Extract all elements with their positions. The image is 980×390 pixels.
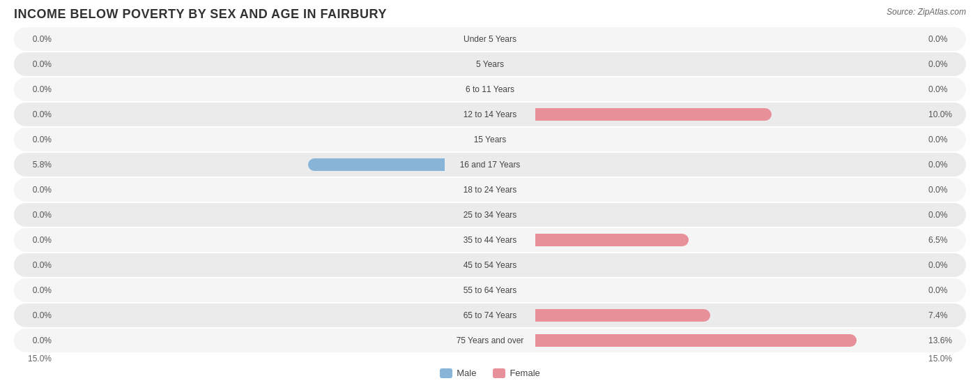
legend-male: Male xyxy=(440,368,476,378)
female-bar-container xyxy=(535,333,924,348)
legend-female: Female xyxy=(493,368,539,378)
axis-right-label: 15.0% xyxy=(924,354,966,363)
bars-center: 6 to 11 Years xyxy=(56,77,924,101)
bars-center: 75 Years and over xyxy=(56,329,924,352)
age-label: 45 to 54 Years xyxy=(445,260,535,270)
female-value: 0.0% xyxy=(924,210,966,220)
bar-row: 0.0% 65 to 74 Years 7.4% xyxy=(14,303,966,327)
male-bar-container xyxy=(56,182,445,197)
age-label: 18 to 24 Years xyxy=(445,185,535,195)
female-bar-container xyxy=(535,107,924,122)
male-value: 0.0% xyxy=(14,336,56,345)
age-label: 75 Years and over xyxy=(445,336,535,345)
male-value: 0.0% xyxy=(14,34,56,44)
legend-male-box xyxy=(440,368,452,378)
male-value: 0.0% xyxy=(14,260,56,270)
axis-left-label: 15.0% xyxy=(14,354,56,363)
female-bar-container xyxy=(535,31,924,47)
bars-center: 25 to 34 Years xyxy=(56,203,924,227)
axis-row: 15.0% 15.0% xyxy=(14,354,966,363)
male-bar-container xyxy=(56,57,445,72)
bar-row: 0.0% 35 to 44 Years 6.5% xyxy=(14,228,966,252)
chart-title: INCOME BELOW POVERTY BY SEX AND AGE IN F… xyxy=(14,7,966,22)
female-value: 13.6% xyxy=(924,336,966,345)
bar-row: 0.0% Under 5 Years 0.0% xyxy=(14,27,966,51)
legend: Male Female xyxy=(14,368,966,378)
bar-row: 0.0% 6 to 11 Years 0.0% xyxy=(14,77,966,101)
female-bar-container xyxy=(535,257,924,273)
legend-female-label: Female xyxy=(510,368,539,378)
age-label: 12 to 14 Years xyxy=(445,110,535,119)
female-value: 10.0% xyxy=(924,110,966,119)
female-bar xyxy=(535,309,710,322)
age-label: 25 to 34 Years xyxy=(445,210,535,220)
female-bar-container xyxy=(535,207,924,223)
bars-center: 65 to 74 Years xyxy=(56,303,924,327)
male-bar-container xyxy=(56,333,445,348)
bars-center: 12 to 14 Years xyxy=(56,103,924,126)
female-bar xyxy=(535,234,689,246)
age-label: 6 to 11 Years xyxy=(445,84,535,94)
legend-female-box xyxy=(493,368,505,378)
bar-row: 0.0% 5 Years 0.0% xyxy=(14,52,966,76)
age-label: 55 to 64 Years xyxy=(445,285,535,295)
chart-container: INCOME BELOW POVERTY BY SEX AND AGE IN F… xyxy=(0,0,980,390)
source-label: Source: ZipAtlas.com xyxy=(887,7,966,17)
female-value: 7.4% xyxy=(924,310,966,320)
bars-center: 18 to 24 Years xyxy=(56,178,924,202)
female-bar-container xyxy=(535,157,924,172)
age-label: 16 and 17 Years xyxy=(445,160,535,170)
female-bar xyxy=(535,334,857,347)
male-bar-container xyxy=(56,157,445,172)
female-bar-container xyxy=(535,182,924,197)
legend-male-label: Male xyxy=(457,368,476,378)
bar-row: 0.0% 25 to 34 Years 0.0% xyxy=(14,203,966,227)
male-bar-container xyxy=(56,107,445,122)
age-label: 15 Years xyxy=(445,135,535,144)
male-bar-container xyxy=(56,82,445,97)
age-label: 5 Years xyxy=(445,59,535,69)
bar-row: 0.0% 75 Years and over 13.6% xyxy=(14,329,966,352)
bar-row: 5.8% 16 and 17 Years 0.0% xyxy=(14,153,966,177)
female-value: 6.5% xyxy=(924,235,966,245)
male-value: 0.0% xyxy=(14,110,56,119)
female-value: 0.0% xyxy=(924,84,966,94)
female-value: 0.0% xyxy=(924,185,966,195)
bars-center: 16 and 17 Years xyxy=(56,153,924,177)
female-bar xyxy=(535,108,772,121)
bars-center: 15 Years xyxy=(56,128,924,151)
female-value: 0.0% xyxy=(924,260,966,270)
male-bar-container xyxy=(56,283,445,298)
chart-area: 0.0% Under 5 Years 0.0% 0.0% 5 Years xyxy=(14,27,966,363)
male-value: 0.0% xyxy=(14,84,56,94)
female-value: 0.0% xyxy=(924,160,966,170)
male-value: 0.0% xyxy=(14,235,56,245)
age-label: 65 to 74 Years xyxy=(445,310,535,320)
male-bar xyxy=(308,158,445,171)
bar-row: 0.0% 18 to 24 Years 0.0% xyxy=(14,178,966,202)
age-label: Under 5 Years xyxy=(445,34,535,44)
male-value: 0.0% xyxy=(14,59,56,69)
female-bar-container xyxy=(535,57,924,72)
female-value: 0.0% xyxy=(924,135,966,144)
male-value: 0.0% xyxy=(14,135,56,144)
female-value: 0.0% xyxy=(924,59,966,69)
female-bar-container xyxy=(535,308,924,323)
bars-center: 45 to 54 Years xyxy=(56,253,924,277)
male-value: 0.0% xyxy=(14,185,56,195)
male-bar-container xyxy=(56,132,445,147)
bar-row: 0.0% 55 to 64 Years 0.0% xyxy=(14,278,966,302)
female-bar-container xyxy=(535,283,924,298)
male-bar-container xyxy=(56,207,445,223)
female-value: 0.0% xyxy=(924,34,966,44)
male-value: 0.0% xyxy=(14,310,56,320)
female-value: 0.0% xyxy=(924,285,966,295)
bar-row: 0.0% 45 to 54 Years 0.0% xyxy=(14,253,966,277)
male-value: 5.8% xyxy=(14,160,56,170)
female-bar-container xyxy=(535,82,924,97)
male-bar-container xyxy=(56,232,445,248)
bars-center: 35 to 44 Years xyxy=(56,228,924,252)
bars-center: 55 to 64 Years xyxy=(56,278,924,302)
male-bar-container xyxy=(56,308,445,323)
male-bar-container xyxy=(56,257,445,273)
